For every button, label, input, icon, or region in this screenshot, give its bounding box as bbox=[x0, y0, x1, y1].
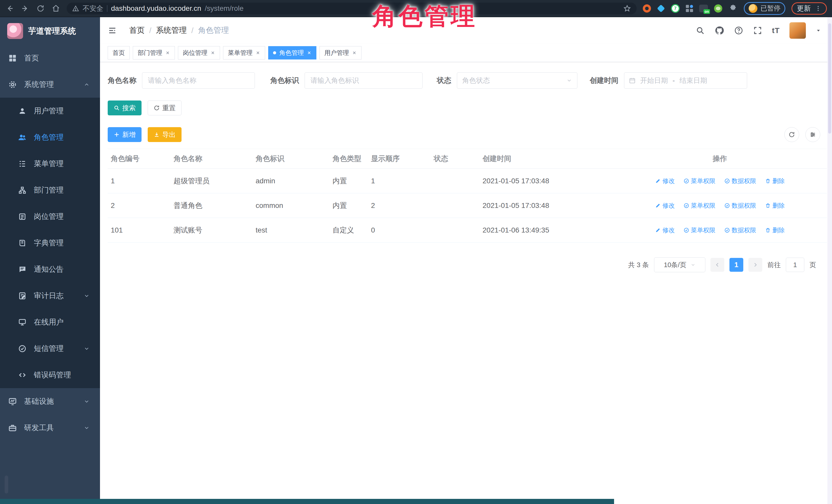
puzzle-extensions-icon[interactable] bbox=[728, 4, 738, 13]
extension-switch-icon[interactable]: on bbox=[699, 5, 708, 12]
fullscreen-icon[interactable] bbox=[753, 26, 762, 35]
delete-link[interactable]: 删除 bbox=[765, 202, 785, 210]
end-date-placeholder[interactable]: 结束日期 bbox=[679, 76, 707, 85]
create-time-label: 创建时间 bbox=[590, 76, 618, 85]
add-button[interactable]: 新增 bbox=[108, 127, 141, 142]
edit-link[interactable]: 修改 bbox=[655, 226, 675, 234]
cell-actions: 修改 菜单权限 数据权限 删除 bbox=[613, 177, 827, 185]
caret-down-icon[interactable] bbox=[815, 28, 821, 33]
search-button-label: 搜索 bbox=[122, 104, 136, 112]
search-form: 角色名称 角色标识 状态 角色状态 创建时间 bbox=[108, 72, 827, 89]
forward-icon[interactable] bbox=[21, 4, 30, 13]
table-refresh-button[interactable] bbox=[784, 127, 799, 142]
close-icon[interactable] bbox=[307, 51, 312, 55]
search-button[interactable]: 搜索 bbox=[108, 101, 141, 115]
tab-roles[interactable]: 角色管理 bbox=[268, 46, 316, 59]
sidebar-scrollbar[interactable] bbox=[5, 476, 8, 494]
sidebar-item-dict[interactable]: 字典管理 bbox=[0, 230, 100, 256]
update-button[interactable]: 更新 bbox=[791, 2, 827, 15]
app-frame: 芋道管理系统 首页 系统管理 bbox=[0, 17, 832, 503]
sidebar-item-online-users[interactable]: 在线用户 bbox=[0, 309, 100, 335]
sidebar-item-audit-log[interactable]: 审计日志 bbox=[0, 283, 100, 309]
close-icon[interactable] bbox=[165, 51, 170, 55]
trash-icon bbox=[765, 228, 771, 233]
search-icon[interactable] bbox=[696, 26, 705, 35]
breadcrumb-system[interactable]: 系统管理 bbox=[156, 25, 187, 36]
sidebar-item-infra[interactable]: 基础设施 bbox=[0, 388, 100, 415]
delete-link[interactable]: 删除 bbox=[765, 226, 785, 234]
breadcrumb-home[interactable]: 首页 bbox=[129, 25, 145, 36]
scrollbar-thumb[interactable] bbox=[828, 23, 831, 134]
extension-gem-icon[interactable] bbox=[657, 4, 665, 12]
table-settings-button[interactable] bbox=[805, 127, 820, 142]
bookmark-star-icon[interactable] bbox=[623, 5, 631, 12]
page-scrollbar[interactable] bbox=[827, 17, 832, 504]
tab-label: 岗位管理 bbox=[183, 49, 207, 57]
hamburger-icon[interactable] bbox=[108, 26, 117, 35]
tab-label: 部门管理 bbox=[138, 49, 162, 57]
profile-paused-pill[interactable]: 已暂停 bbox=[744, 2, 785, 15]
tab-menus[interactable]: 菜单管理 bbox=[223, 46, 265, 59]
tab-label: 首页 bbox=[112, 49, 125, 57]
close-icon[interactable] bbox=[210, 51, 215, 55]
menu-permission-link[interactable]: 菜单权限 bbox=[683, 226, 716, 234]
export-button[interactable]: 导出 bbox=[148, 127, 182, 142]
security-label[interactable]: 不安全 bbox=[83, 4, 103, 13]
menu-permission-link[interactable]: 菜单权限 bbox=[683, 177, 716, 185]
sidebar-item-system[interactable]: 系统管理 bbox=[0, 71, 100, 98]
goto-page-input[interactable] bbox=[786, 258, 804, 272]
back-icon[interactable] bbox=[5, 4, 15, 13]
sidebar-item-users[interactable]: 用户管理 bbox=[0, 98, 100, 124]
sidebar-item-label: 字典管理 bbox=[34, 238, 63, 248]
tab-departments[interactable]: 部门管理 bbox=[133, 46, 175, 59]
close-icon[interactable] bbox=[256, 51, 260, 55]
tab-users[interactable]: 用户管理 bbox=[319, 46, 362, 59]
cell-role-type: 内置 bbox=[330, 176, 368, 186]
edit-link[interactable]: 修改 bbox=[655, 202, 675, 210]
home-icon[interactable] bbox=[51, 4, 60, 13]
reload-icon[interactable] bbox=[36, 4, 45, 13]
role-key-input[interactable] bbox=[305, 72, 422, 89]
sidebar-item-home[interactable]: 首页 bbox=[0, 45, 100, 71]
sidebar-item-roles[interactable]: 角色管理 bbox=[0, 124, 100, 151]
url-path[interactable]: /system/role bbox=[205, 4, 243, 12]
sidebar-item-menus[interactable]: 菜单管理 bbox=[0, 151, 100, 177]
sidebar-item-sms[interactable]: 短信管理 bbox=[0, 335, 100, 362]
help-icon[interactable] bbox=[734, 26, 743, 35]
next-page-button[interactable] bbox=[748, 258, 762, 272]
sidebar-item-devtools[interactable]: 研发工具 bbox=[0, 415, 100, 441]
extension-grid-icon[interactable] bbox=[686, 5, 693, 12]
extension-monkey-icon[interactable] bbox=[714, 4, 722, 12]
current-page-button[interactable]: 1 bbox=[729, 258, 743, 272]
reset-button[interactable]: 重置 bbox=[148, 101, 182, 115]
status-select[interactable]: 角色状态 bbox=[457, 72, 577, 89]
user-avatar[interactable] bbox=[789, 22, 806, 39]
tab-home[interactable]: 首页 bbox=[108, 46, 130, 59]
infra-icon bbox=[8, 397, 18, 406]
font-size-icon[interactable]: tT bbox=[772, 26, 780, 35]
prev-page-button[interactable] bbox=[710, 258, 724, 272]
menu-permission-link[interactable]: 菜单权限 bbox=[683, 202, 716, 210]
url-host[interactable]: dashboard.yudao.iocoder.cn bbox=[111, 4, 201, 12]
role-name-input[interactable] bbox=[142, 72, 255, 89]
date-range-picker[interactable]: 开始日期 - 结束日期 bbox=[624, 72, 747, 89]
kebab-menu-icon[interactable] bbox=[815, 5, 822, 12]
sidebar-item-posts[interactable]: 岗位管理 bbox=[0, 203, 100, 230]
tab-posts[interactable]: 岗位管理 bbox=[178, 46, 220, 59]
sidebar-item-notice[interactable]: 通知公告 bbox=[0, 256, 100, 283]
data-permission-link[interactable]: 数据权限 bbox=[724, 177, 756, 185]
data-permission-link[interactable]: 数据权限 bbox=[724, 226, 756, 234]
sidebar-item-error-codes[interactable]: 错误码管理 bbox=[0, 362, 100, 388]
extension-seven-icon[interactable]: 7 bbox=[671, 4, 680, 13]
delete-link[interactable]: 删除 bbox=[765, 177, 785, 185]
sidebar-item-departments[interactable]: 部门管理 bbox=[0, 177, 100, 203]
extension-orange-icon[interactable] bbox=[643, 4, 651, 12]
start-date-placeholder[interactable]: 开始日期 bbox=[640, 76, 668, 85]
data-permission-link[interactable]: 数据权限 bbox=[724, 202, 756, 210]
address-bar[interactable]: 不安全 dashboard.yudao.iocoder.cn /system/r… bbox=[67, 3, 636, 15]
edit-link[interactable]: 修改 bbox=[655, 177, 675, 185]
close-icon[interactable] bbox=[352, 51, 357, 55]
logo-row[interactable]: 芋道管理系统 bbox=[0, 17, 100, 45]
page-size-select[interactable]: 10条/页 bbox=[654, 257, 705, 272]
github-icon[interactable] bbox=[714, 26, 724, 35]
